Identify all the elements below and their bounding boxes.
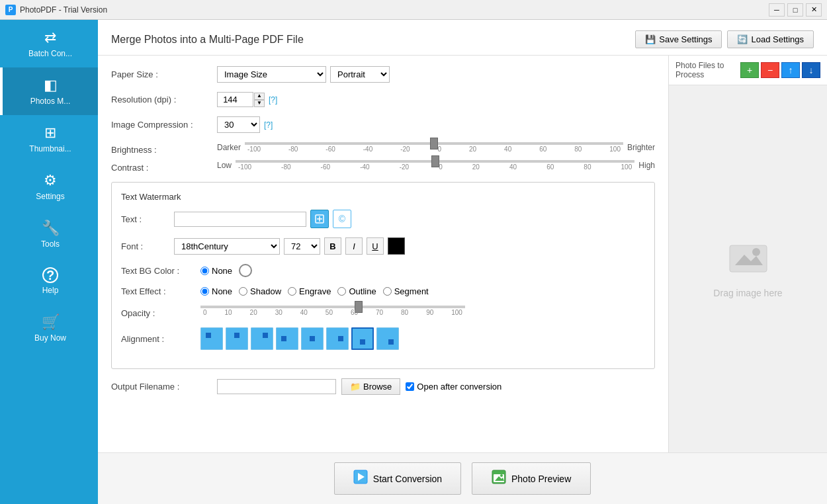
open-after-label[interactable]: Open after conversion: [406, 382, 501, 392]
paper-size-control: Image Size A4 Letter Legal Portrait Land…: [217, 66, 390, 83]
brightness-row: Brightness : Darker -100-80-60-40-200204…: [111, 142, 655, 155]
align-bottom-right[interactable]: [376, 327, 399, 350]
underline-button[interactable]: U: [367, 237, 384, 255]
resolution-help[interactable]: [?]: [269, 95, 277, 105]
alignment-row: Alignment :: [121, 327, 645, 350]
watermark-btn-copyright[interactable]: ©: [333, 210, 351, 228]
output-row: Output Filename : 📁 Browse Open after co…: [111, 378, 655, 395]
photo-preview-button[interactable]: Photo Preview: [472, 462, 591, 495]
align-top-right[interactable]: [251, 327, 273, 350]
align-top-center[interactable]: [226, 327, 248, 350]
folder-icon: 📁: [350, 382, 361, 392]
text-bg-color-circle[interactable]: [239, 264, 252, 277]
maximize-button[interactable]: □: [787, 3, 803, 17]
text-control: ©: [174, 210, 351, 228]
text-row: Text : ©: [121, 210, 645, 228]
browse-button[interactable]: 📁 Browse: [341, 378, 400, 395]
align-bottom-center[interactable]: [351, 327, 374, 350]
resolution-label: Resolution (dpi) :: [111, 95, 217, 105]
align-bottom-right-icon: [380, 331, 395, 346]
content-header: Merge Photos into a Multi-Page PDF File …: [98, 20, 827, 56]
text-bg-row: Text BG Color : None: [121, 264, 645, 277]
svg-point-13: [752, 248, 760, 256]
start-conversion-button[interactable]: Start Conversion: [334, 462, 461, 495]
font-color-button[interactable]: [388, 237, 405, 255]
app-title: PhotoPDF - Trial Version: [20, 5, 107, 15]
sidebar-item-settings[interactable]: ⚙ Settings: [0, 163, 98, 210]
brightness-brighter-label: Brighter: [627, 143, 655, 152]
sidebar-item-thumbnails[interactable]: ⊞ Thumbnai...: [0, 115, 98, 163]
move-up-button[interactable]: ↑: [781, 62, 800, 78]
sidebar-item-help[interactable]: ? Help: [0, 258, 98, 304]
text-effect-row: Text Effect : None Shadow Engrave Outlin…: [121, 286, 645, 296]
effect-engrave[interactable]: Engrave: [288, 286, 331, 296]
resolution-down[interactable]: ▼: [254, 100, 265, 107]
compression-help[interactable]: [?]: [264, 120, 273, 130]
align-middle-left[interactable]: [276, 327, 298, 350]
preview-toolbar-label: Photo Files to Process: [675, 61, 740, 79]
sidebar-item-tools[interactable]: 🔧 Tools: [0, 210, 98, 258]
contrast-high-label: High: [638, 161, 655, 170]
text-effect-control: None Shadow Engrave Outline Segment: [200, 286, 429, 296]
buy-now-icon: 🛒: [42, 314, 60, 331]
save-settings-button[interactable]: 💾 Save Settings: [635, 30, 722, 48]
close-button[interactable]: ✕: [806, 3, 822, 17]
text-bg-none[interactable]: None: [200, 266, 232, 276]
align-bottom-center-icon: [355, 331, 370, 346]
alignment-label: Alignment :: [121, 334, 200, 344]
text-label: Text :: [121, 214, 174, 224]
main-split: Paper Size : Image Size A4 Letter Legal …: [98, 56, 827, 452]
italic-button[interactable]: I: [345, 237, 363, 255]
brightness-slider[interactable]: [245, 142, 623, 145]
sidebar-item-buy-now[interactable]: 🛒 Buy Now: [0, 304, 98, 352]
sidebar-item-batch-conv[interactable]: ⇄ Batch Con...: [0, 20, 98, 67]
batch-conv-icon: ⇄: [44, 29, 56, 46]
load-settings-button[interactable]: 🔄 Load Settings: [727, 30, 814, 48]
font-size-select[interactable]: 810121416182436487296: [284, 238, 320, 255]
align-middle-right-icon: [330, 331, 345, 346]
sidebar: ⇄ Batch Con... ◧ Photos M... ⊞ Thumbnai.…: [0, 20, 98, 504]
align-top-left-icon: [204, 331, 219, 346]
titlebar-left: P PhotoPDF - Trial Version: [5, 5, 107, 15]
brightness-darker-label: Darker: [217, 143, 241, 152]
resolution-input[interactable]: [217, 92, 253, 107]
app-body: ⇄ Batch Con... ◧ Photos M... ⊞ Thumbnai.…: [0, 20, 827, 504]
remove-file-button[interactable]: −: [761, 62, 779, 78]
opacity-slider[interactable]: [200, 306, 465, 308]
effect-outline[interactable]: Outline: [337, 286, 376, 296]
sidebar-item-photos-merge[interactable]: ◧ Photos M...: [0, 67, 98, 115]
paper-size-select[interactable]: Image Size A4 Letter Legal: [217, 66, 326, 83]
effect-none[interactable]: None: [200, 286, 232, 296]
contrast-slider[interactable]: [236, 160, 634, 163]
effect-segment[interactable]: Segment: [383, 286, 429, 296]
compression-select[interactable]: 10 20 30 40 50 60 70 80 90: [217, 116, 260, 133]
minimize-button[interactable]: ─: [769, 3, 785, 17]
resolution-up[interactable]: ▲: [254, 93, 265, 100]
align-top-center-icon: [230, 331, 244, 346]
orientation-select[interactable]: Portrait Landscape: [330, 66, 390, 83]
text-input[interactable]: [174, 212, 306, 227]
thumbnails-icon: ⊞: [44, 124, 56, 142]
add-file-button[interactable]: +: [740, 62, 759, 78]
font-select[interactable]: 18thCentury Arial Times New Roman: [174, 238, 280, 255]
svg-rect-7: [310, 336, 315, 341]
output-input[interactable]: [217, 379, 336, 394]
app-icon: P: [5, 5, 16, 15]
align-top-right-icon: [255, 331, 269, 346]
alignment-buttons: [200, 327, 399, 350]
effect-shadow[interactable]: Shadow: [239, 286, 281, 296]
watermark-btn-1[interactable]: [310, 210, 329, 228]
align-middle-right[interactable]: [326, 327, 349, 350]
align-top-left[interactable]: [200, 327, 223, 350]
font-label: Font :: [121, 241, 174, 251]
open-after-checkbox[interactable]: [406, 382, 414, 391]
preview-toolbar-buttons: + − ↑ ↓: [740, 62, 820, 78]
output-label: Output Filename :: [111, 382, 217, 392]
align-middle-center[interactable]: [301, 327, 324, 350]
move-down-button[interactable]: ↓: [802, 62, 820, 78]
svg-point-19: [500, 474, 503, 477]
bold-button[interactable]: B: [324, 237, 341, 255]
svg-rect-10: [388, 339, 394, 345]
settings-panel: Paper Size : Image Size A4 Letter Legal …: [98, 56, 668, 452]
contrast-low-label: Low: [217, 161, 232, 170]
